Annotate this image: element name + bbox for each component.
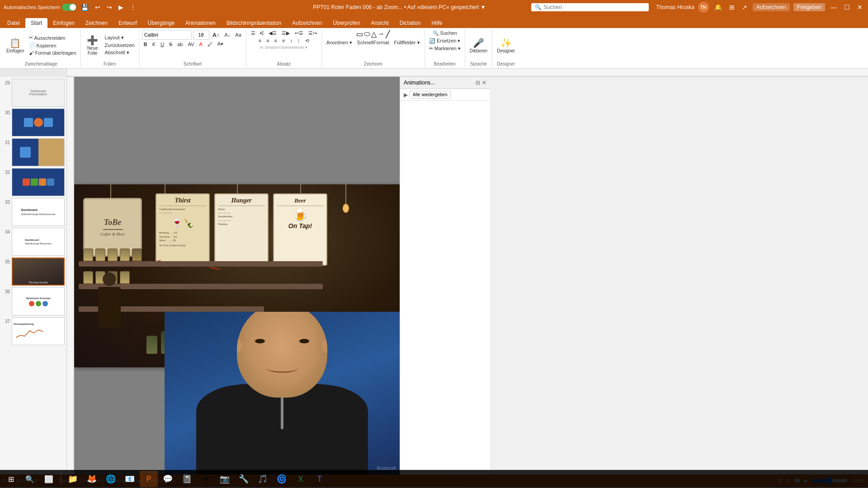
align-right-button[interactable]: ≡ [273,38,279,44]
font-color2-button[interactable]: A▾ [216,41,225,47]
slide-img-30[interactable] [12,108,65,136]
close-icon[interactable]: ✕ [482,80,486,86]
cut-button[interactable]: ✂ Ausschneiden [28,34,77,41]
num-list-button[interactable]: ⑆ [259,30,265,37]
paste-button[interactable]: 📋 Einfügen [5,37,26,54]
taskbar-mail[interactable]: 📧 [121,471,139,487]
undo-icon[interactable]: ↩ [93,3,102,12]
ribbon-icon[interactable]: ⊞ [727,3,736,12]
taskbar-powerpoint[interactable]: P [140,471,158,487]
designer-button[interactable]: ✨ Designer [495,37,517,54]
italic-button[interactable]: K [151,41,157,47]
close-icon[interactable]: ✕ [855,3,864,12]
copy-button[interactable]: 📄 Kopieren [28,42,77,49]
tab-datei[interactable]: Datei [2,18,25,28]
slide-img-37[interactable]: Umsatzplanung [12,317,65,345]
section-button[interactable]: Abschnitt ▾ [104,49,136,56]
slide-thumb-33[interactable]: 33 Dashboard Selbstfürsorge Businessman [2,198,65,226]
taskbar-app3[interactable]: 🎵 [254,471,272,487]
bullet-list-button[interactable]: ☰ [249,30,257,37]
taskbar-start[interactable]: ⊞ [2,471,20,487]
taskbar-firefox[interactable]: 🦊 [83,471,101,487]
highlight-button[interactable]: 🖊 [206,41,214,47]
taskbar-search[interactable]: 🔍 [21,471,39,487]
layout-button[interactable]: Layout ▾ [104,34,136,41]
arrange-button[interactable]: Anordnen ▾ [325,39,354,46]
shadow-button[interactable]: ab [175,41,184,47]
text-direction-button[interactable]: ⟲ [303,38,311,44]
slide-thumb-30[interactable]: 30 [2,108,65,136]
slide-thumb-36[interactable]: 36 Spielraum Konzept [2,287,65,315]
taskbar-explorer[interactable]: 📁 [64,471,82,487]
outdent-button[interactable]: ◀☰ [267,30,278,37]
slide-img-34[interactable]: Dashboard Selbstfürsorge Busermann [12,228,65,256]
save-icon[interactable]: 💾 [79,3,90,12]
slide-img-31[interactable] [12,138,65,166]
tab-hilfe[interactable]: Hilfe [426,18,448,28]
play-all-button[interactable]: Alle wiedergeben [410,91,451,99]
tab-aufzeichnen[interactable]: Aufzeichnen [287,18,327,28]
tab-entwurf[interactable]: Entwurf [113,18,142,28]
format-copy-button[interactable]: 🖌 Format übertragen [28,50,77,56]
autosave-toggle[interactable]: Automatisches Speichern [4,4,76,11]
expand-icon[interactable]: ⊟ [476,80,480,86]
share-icon[interactable]: ↗ [740,3,749,12]
ersetzen-button[interactable]: 🔄 Ersetzen ▾ [428,38,462,44]
tab-einfuegen[interactable]: Einfügen [47,18,80,28]
slide-img-33[interactable]: Dashboard Selbstfürsorge Businessman [12,198,65,226]
tab-start[interactable]: Start [25,18,47,28]
record-button[interactable]: Aufzeichnen [753,3,790,11]
slide-img-35[interactable]: Thomas Hruska [12,258,65,286]
share-button[interactable]: Freigeben [793,3,825,11]
fill-button[interactable]: Füllffelder ▾ [392,39,422,46]
align-center-button[interactable]: ≡ [264,38,271,44]
tab-ansicht[interactable]: Ansicht [365,18,394,28]
slide-thumb-37[interactable]: 37 Umsatzplanung [2,317,65,345]
taskbar-teams2[interactable]: T [311,471,329,487]
tab-animationen[interactable]: Animationen [180,18,221,28]
slide-thumb-29[interactable]: 29 DashboardPresentation [2,79,65,107]
tab-zeichnen[interactable]: Zeichnen [80,18,113,28]
justify-button[interactable]: ≡ [280,38,287,44]
shape-arrow[interactable]: → [377,30,385,38]
font-size-input[interactable] [193,30,209,40]
line-spacing-button[interactable]: ↕ [288,38,294,44]
redo-icon[interactable]: ↪ [105,3,114,12]
search-input[interactable] [543,4,634,10]
taskbar-edge[interactable]: 🌀 [273,471,291,487]
slide-img-36[interactable]: Spielraum Konzept [12,287,65,315]
slide-img-32[interactable] [12,168,65,196]
columns-button[interactable]: ⫶ [296,38,302,44]
suchen-button[interactable]: 🔍 Suchen [431,30,458,37]
font-name-input[interactable] [142,30,192,40]
bold-button[interactable]: B [142,41,149,47]
autosave-track[interactable] [62,4,76,11]
taskbar-app1[interactable]: 📷 [216,471,234,487]
tab-ueberpruefen[interactable]: Überprüfen [327,18,365,28]
maximize-icon[interactable]: ☐ [842,3,852,12]
present-icon[interactable]: ▶ [117,3,125,12]
more-icon[interactable]: ⋮ [128,3,138,12]
align-left-button[interactable]: ≡ [257,38,263,44]
strikethrough-button[interactable]: S [167,41,174,47]
shape-line[interactable]: ╱ [386,30,390,38]
tab-bildschirm[interactable]: Bildschirmpräsentation [221,18,287,28]
font-shrink-button[interactable]: A↓ [223,32,232,38]
slide-img-29[interactable]: DashboardPresentation [12,79,65,107]
spacing-button[interactable]: AV [186,41,196,47]
shape-rect[interactable]: ▭ [356,30,363,38]
ltr-button[interactable]: ☰↪ [307,30,319,37]
slide-thumb-35[interactable]: 35 Thomas Hruska [2,258,65,286]
shape-triangle[interactable]: △ [371,30,377,38]
bell-icon[interactable]: 🔔 [712,3,724,12]
markieren-button[interactable]: ✏ Markieren ▾ [428,45,462,52]
minimize-icon[interactable]: — [829,3,839,12]
clear-format-button[interactable]: Aa [233,32,243,38]
taskbar-app2[interactable]: 🔧 [235,471,253,487]
indent-button[interactable]: ☰▶ [280,30,292,37]
slide-thumb-31[interactable]: 31 [2,138,65,166]
underline-button[interactable]: U [159,41,166,47]
slide-thumb-34[interactable]: 34 Dashboard Selbstfürsorge Busermann [2,228,65,256]
taskbar-excel[interactable]: X [292,471,310,487]
taskbar-taskview[interactable]: ⬜ [40,471,58,487]
